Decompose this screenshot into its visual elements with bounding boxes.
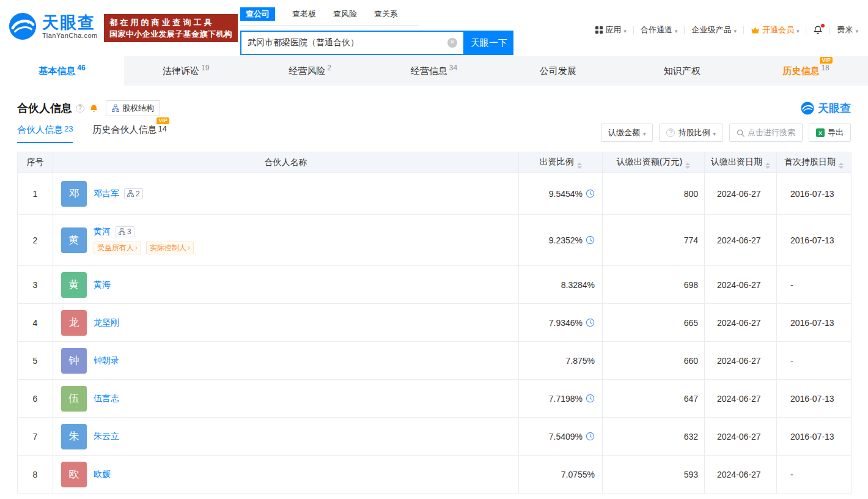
column-header[interactable]: 首次持股日期 bbox=[777, 152, 851, 173]
chevron-down-icon bbox=[713, 128, 716, 138]
hierarchy-icon bbox=[119, 228, 125, 235]
partner-name-link[interactable]: 龙坚刚 bbox=[94, 317, 119, 328]
chevron-right-icon bbox=[135, 243, 138, 252]
first-hold-date: 2016-07-13 bbox=[777, 418, 851, 456]
vip-badge: VIP bbox=[156, 117, 169, 124]
sort-icon[interactable] bbox=[765, 163, 770, 169]
column-header[interactable]: 认缴出资日期 bbox=[705, 152, 777, 173]
partner-name-link[interactable]: 朱云立 bbox=[94, 431, 119, 442]
main-tab-intellectual-property[interactable]: 知识产权 bbox=[620, 56, 744, 86]
avatar: 黄 bbox=[61, 227, 87, 253]
main-tab-operating-info[interactable]: 经营信息34 bbox=[372, 56, 496, 86]
subscribe-bell-icon[interactable] bbox=[89, 104, 98, 113]
column-header[interactable]: 出资比例 bbox=[519, 152, 603, 173]
notification-dot bbox=[821, 24, 825, 28]
nav-user-menu[interactable]: 费米 bbox=[837, 24, 858, 35]
main-tab-basic-info[interactable]: 基本信息46 bbox=[0, 56, 124, 86]
search-box[interactable] bbox=[240, 31, 465, 55]
nav-separator bbox=[806, 26, 806, 34]
table-row: 6伍伍言志7.7198%6472024-06-272016-07-13 bbox=[18, 380, 851, 418]
subtab-partners[interactable]: 合伙人信息23 bbox=[17, 124, 73, 143]
export-button[interactable]: X 导出 bbox=[809, 124, 851, 142]
row-index: 4 bbox=[18, 304, 53, 342]
clear-icon[interactable] bbox=[447, 38, 457, 48]
nav-partner-channel-label: 合作通道 bbox=[641, 24, 672, 35]
column-header[interactable]: 认缴出资额(万元) bbox=[603, 152, 705, 173]
search-tabs: 查公司查老板查风险查关系 bbox=[240, 7, 419, 26]
nav-partner-channel[interactable]: 合作通道 bbox=[641, 24, 678, 35]
sort-icon[interactable] bbox=[577, 163, 582, 169]
clock-icon[interactable] bbox=[586, 394, 595, 403]
search-tab-company[interactable]: 查公司 bbox=[240, 7, 275, 21]
search-input[interactable] bbox=[248, 38, 447, 48]
notifications-bell[interactable] bbox=[813, 25, 823, 35]
ratio-filter-dropdown[interactable]: 持股比例 bbox=[659, 124, 723, 142]
table-search-button[interactable]: 点击进行搜索 bbox=[729, 124, 803, 142]
ratio-value: 7.0755% bbox=[561, 470, 595, 479]
sort-icon[interactable] bbox=[685, 163, 690, 169]
partner-name-link[interactable]: 邓吉军 bbox=[94, 188, 119, 199]
row-index: 6 bbox=[18, 380, 53, 418]
amount-filter-dropdown[interactable]: 认缴金额 bbox=[601, 124, 653, 142]
role-tag[interactable]: 实际控制人 bbox=[146, 242, 194, 254]
nav-enterprise-label: 企业级产品 bbox=[691, 24, 731, 35]
tab-count: 46 bbox=[77, 64, 85, 72]
main-tab-legal-proceedings[interactable]: 法律诉讼19 bbox=[124, 56, 248, 86]
graph-badge[interactable]: 2 bbox=[124, 188, 143, 199]
graph-count: 3 bbox=[127, 227, 131, 236]
nav-enterprise-products[interactable]: 企业级产品 bbox=[691, 24, 737, 35]
table-row: 5钟钟朝录7.875%6602024-06-27- bbox=[18, 342, 851, 380]
info-icon bbox=[666, 128, 675, 137]
subtabs-row: 合伙人信息23历史合伙人信息14VIP 认缴金额 持股比例 点击进行搜索 X 导… bbox=[17, 124, 851, 143]
main-tab-company-development[interactable]: 公司发展 bbox=[496, 56, 620, 86]
partner-name-link[interactable]: 欧媛 bbox=[94, 469, 111, 480]
subscribe-date: 2024-06-27 bbox=[705, 418, 777, 456]
table-row: 7朱朱云立7.5409%6322024-06-272016-07-13 bbox=[18, 418, 851, 456]
clock-icon[interactable] bbox=[586, 189, 595, 198]
main-tab-history-info[interactable]: 历史信息18VIP bbox=[744, 56, 868, 86]
ratio-value: 7.9346% bbox=[549, 318, 583, 328]
avatar: 朱 bbox=[61, 424, 87, 449]
clock-icon[interactable] bbox=[586, 235, 595, 245]
avatar: 龙 bbox=[61, 310, 87, 336]
main-tab-operating-risk[interactable]: 经营风险2 bbox=[248, 56, 372, 86]
clock-icon[interactable] bbox=[586, 318, 595, 327]
search-tab-risk[interactable]: 查风险 bbox=[333, 9, 357, 20]
graph-badge[interactable]: 3 bbox=[116, 226, 134, 237]
search-tab-relation[interactable]: 查关系 bbox=[374, 9, 398, 20]
search-button[interactable]: 天眼一下 bbox=[465, 31, 513, 55]
nav-separator bbox=[633, 26, 634, 34]
equity-structure-button[interactable]: 股权结构 bbox=[106, 100, 160, 116]
partner-name-link[interactable]: 钟朝录 bbox=[94, 355, 119, 366]
row-index: 5 bbox=[18, 342, 53, 380]
amount-value: 800 bbox=[603, 173, 705, 215]
subtab-history-partners[interactable]: 历史合伙人信息14VIP bbox=[92, 124, 166, 143]
first-hold-date: - bbox=[777, 342, 851, 380]
subtab-label: 合伙人信息 bbox=[17, 124, 63, 135]
tab-count: 2 bbox=[327, 64, 331, 72]
tianyancha-logo[interactable]: 天眼查 TianYanCha.com bbox=[9, 12, 98, 40]
amount-filter-label: 认缴金额 bbox=[608, 127, 640, 138]
top-header: 天眼查 TianYanCha.com 都在用的商业查询工具 国家中小企业发展子基… bbox=[0, 0, 868, 56]
partner-name-link[interactable]: 黄海 bbox=[94, 279, 111, 290]
nav-apps[interactable]: 应用 bbox=[595, 24, 627, 35]
column-header: 合伙人名称 bbox=[53, 152, 519, 173]
role-tag[interactable]: 受益所有人 bbox=[94, 242, 141, 254]
watermark-logo: 天眼查 bbox=[801, 101, 851, 116]
ratio-cell: 7.0755% bbox=[519, 456, 603, 493]
search-tab-boss[interactable]: 查老板 bbox=[292, 9, 316, 20]
nav-separator bbox=[684, 26, 685, 34]
ratio-value: 7.875% bbox=[566, 356, 595, 366]
nav-open-membership[interactable]: 开通会员 bbox=[751, 24, 800, 35]
partner-name-link[interactable]: 黄河 bbox=[94, 226, 111, 237]
partner-name-cell: 钟钟朝录 bbox=[53, 342, 519, 380]
partner-name-cell: 伍伍言志 bbox=[53, 380, 519, 418]
help-icon[interactable] bbox=[76, 104, 84, 113]
sort-icon[interactable] bbox=[839, 163, 844, 169]
tab-count: 34 bbox=[449, 64, 457, 72]
partner-name-link[interactable]: 伍言志 bbox=[94, 393, 119, 404]
svg-text:X: X bbox=[818, 130, 822, 136]
subscribe-date: 2024-06-27 bbox=[705, 304, 777, 342]
clock-icon[interactable] bbox=[586, 432, 595, 441]
ratio-cell: 7.5409% bbox=[519, 418, 603, 456]
